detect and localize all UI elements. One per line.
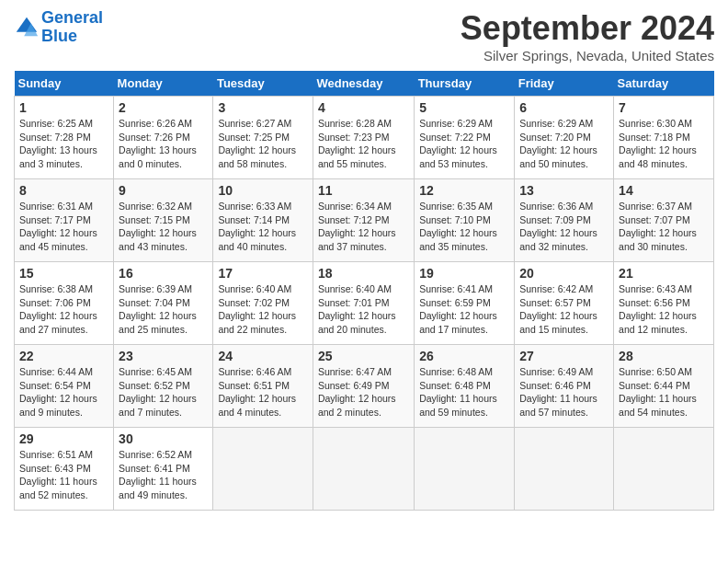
weekday-header-thursday: Thursday <box>415 71 515 97</box>
weekday-header-wednesday: Wednesday <box>313 71 414 97</box>
day-info: Sunrise: 6:45 AMSunset: 6:52 PMDaylight:… <box>119 365 208 419</box>
weekday-header-monday: Monday <box>114 71 213 97</box>
calendar-cell: 25Sunrise: 6:47 AMSunset: 6:49 PMDayligh… <box>313 345 414 428</box>
logo-text: General Blue <box>41 9 103 46</box>
title-block: September 2024 Silver Springs, Nevada, U… <box>461 9 714 63</box>
day-info: Sunrise: 6:25 AMSunset: 7:28 PMDaylight:… <box>19 117 108 171</box>
day-number: 2 <box>119 100 208 115</box>
calendar-cell <box>415 428 515 511</box>
calendar-cell: 15Sunrise: 6:38 AMSunset: 7:06 PMDayligh… <box>15 262 114 345</box>
day-info: Sunrise: 6:33 AMSunset: 7:14 PMDaylight:… <box>218 200 308 254</box>
day-info: Sunrise: 6:27 AMSunset: 7:25 PMDaylight:… <box>218 117 308 171</box>
day-info: Sunrise: 6:50 AMSunset: 6:44 PMDaylight:… <box>619 365 709 419</box>
calendar-cell: 5Sunrise: 6:29 AMSunset: 7:22 PMDaylight… <box>415 97 515 179</box>
day-number: 4 <box>318 100 409 115</box>
day-number: 9 <box>119 183 208 198</box>
day-info: Sunrise: 6:42 AMSunset: 6:57 PMDaylight:… <box>519 282 609 337</box>
calendar-cell: 27Sunrise: 6:49 AMSunset: 6:46 PMDayligh… <box>515 345 614 428</box>
logo-line1: General <box>41 8 103 27</box>
day-info: Sunrise: 6:35 AMSunset: 7:10 PMDaylight:… <box>419 200 509 254</box>
day-number: 8 <box>19 183 108 198</box>
logo-icon <box>14 15 40 40</box>
day-info: Sunrise: 6:34 AMSunset: 7:12 PMDaylight:… <box>318 200 409 254</box>
day-number: 18 <box>318 266 409 281</box>
weekday-header-sunday: Sunday <box>15 71 114 97</box>
calendar-cell: 14Sunrise: 6:37 AMSunset: 7:07 PMDayligh… <box>614 179 714 262</box>
day-info: Sunrise: 6:48 AMSunset: 6:48 PMDaylight:… <box>419 365 509 419</box>
day-info: Sunrise: 6:29 AMSunset: 7:20 PMDaylight:… <box>519 117 609 171</box>
calendar-cell: 23Sunrise: 6:45 AMSunset: 6:52 PMDayligh… <box>114 345 213 428</box>
day-number: 1 <box>19 100 108 115</box>
day-info: Sunrise: 6:36 AMSunset: 7:09 PMDaylight:… <box>519 200 609 254</box>
calendar-cell: 24Sunrise: 6:46 AMSunset: 6:51 PMDayligh… <box>213 345 313 428</box>
calendar-cell: 17Sunrise: 6:40 AMSunset: 7:02 PMDayligh… <box>213 262 313 345</box>
week-row-4: 22Sunrise: 6:44 AMSunset: 6:54 PMDayligh… <box>15 345 714 428</box>
calendar-cell: 19Sunrise: 6:41 AMSunset: 6:59 PMDayligh… <box>415 262 515 345</box>
day-number: 29 <box>19 431 108 446</box>
day-info: Sunrise: 6:39 AMSunset: 7:04 PMDaylight:… <box>119 282 208 337</box>
day-number: 21 <box>619 266 709 281</box>
calendar-cell: 11Sunrise: 6:34 AMSunset: 7:12 PMDayligh… <box>313 179 414 262</box>
week-row-2: 8Sunrise: 6:31 AMSunset: 7:17 PMDaylight… <box>15 179 714 262</box>
day-number: 10 <box>218 183 308 198</box>
day-number: 16 <box>119 266 208 281</box>
day-info: Sunrise: 6:51 AMSunset: 6:43 PMDaylight:… <box>19 448 108 502</box>
day-info: Sunrise: 6:40 AMSunset: 7:01 PMDaylight:… <box>318 282 409 337</box>
day-number: 23 <box>119 349 208 363</box>
day-number: 22 <box>19 349 108 363</box>
day-info: Sunrise: 6:30 AMSunset: 7:18 PMDaylight:… <box>619 117 709 171</box>
calendar-cell: 21Sunrise: 6:43 AMSunset: 6:56 PMDayligh… <box>614 262 714 345</box>
day-number: 20 <box>519 266 609 281</box>
location: Silver Springs, Nevada, United States <box>461 48 714 63</box>
day-info: Sunrise: 6:40 AMSunset: 7:02 PMDaylight:… <box>218 282 308 337</box>
day-info: Sunrise: 6:31 AMSunset: 7:17 PMDaylight:… <box>19 200 108 254</box>
calendar-cell <box>614 428 714 511</box>
calendar-cell <box>515 428 614 511</box>
calendar-cell <box>313 428 414 511</box>
week-row-1: 1Sunrise: 6:25 AMSunset: 7:28 PMDaylight… <box>15 97 714 179</box>
day-info: Sunrise: 6:46 AMSunset: 6:51 PMDaylight:… <box>218 365 308 419</box>
calendar-cell: 6Sunrise: 6:29 AMSunset: 7:20 PMDaylight… <box>515 97 614 179</box>
calendar-cell: 4Sunrise: 6:28 AMSunset: 7:23 PMDaylight… <box>313 97 414 179</box>
day-info: Sunrise: 6:43 AMSunset: 6:56 PMDaylight:… <box>619 282 709 337</box>
day-number: 25 <box>318 349 409 363</box>
calendar-cell: 20Sunrise: 6:42 AMSunset: 6:57 PMDayligh… <box>515 262 614 345</box>
week-row-5: 29Sunrise: 6:51 AMSunset: 6:43 PMDayligh… <box>15 428 714 511</box>
calendar-table: SundayMondayTuesdayWednesdayThursdayFrid… <box>14 71 714 511</box>
day-info: Sunrise: 6:37 AMSunset: 7:07 PMDaylight:… <box>619 200 709 254</box>
week-row-3: 15Sunrise: 6:38 AMSunset: 7:06 PMDayligh… <box>15 262 714 345</box>
logo: General Blue <box>14 9 103 46</box>
calendar-cell: 28Sunrise: 6:50 AMSunset: 6:44 PMDayligh… <box>614 345 714 428</box>
day-info: Sunrise: 6:26 AMSunset: 7:26 PMDaylight:… <box>119 117 208 171</box>
day-number: 13 <box>519 183 609 198</box>
calendar-cell: 22Sunrise: 6:44 AMSunset: 6:54 PMDayligh… <box>15 345 114 428</box>
logo-line2: Blue <box>41 28 103 46</box>
day-info: Sunrise: 6:32 AMSunset: 7:15 PMDaylight:… <box>119 200 208 254</box>
day-number: 17 <box>218 266 308 281</box>
day-number: 24 <box>218 349 308 363</box>
month-title: September 2024 <box>461 9 714 48</box>
day-info: Sunrise: 6:52 AMSunset: 6:41 PMDaylight:… <box>119 448 208 502</box>
calendar-cell: 16Sunrise: 6:39 AMSunset: 7:04 PMDayligh… <box>114 262 213 345</box>
page-header: General Blue September 2024 Silver Sprin… <box>14 9 714 63</box>
calendar-cell: 9Sunrise: 6:32 AMSunset: 7:15 PMDaylight… <box>114 179 213 262</box>
day-number: 19 <box>419 266 509 281</box>
day-number: 7 <box>619 100 709 115</box>
calendar-cell: 10Sunrise: 6:33 AMSunset: 7:14 PMDayligh… <box>213 179 313 262</box>
calendar-cell: 8Sunrise: 6:31 AMSunset: 7:17 PMDaylight… <box>15 179 114 262</box>
day-number: 26 <box>419 349 509 363</box>
day-number: 3 <box>218 100 308 115</box>
calendar-cell: 30Sunrise: 6:52 AMSunset: 6:41 PMDayligh… <box>114 428 213 511</box>
calendar-cell <box>213 428 313 511</box>
calendar-cell: 18Sunrise: 6:40 AMSunset: 7:01 PMDayligh… <box>313 262 414 345</box>
day-number: 11 <box>318 183 409 198</box>
day-number: 27 <box>519 349 609 363</box>
calendar-cell: 29Sunrise: 6:51 AMSunset: 6:43 PMDayligh… <box>15 428 114 511</box>
day-number: 5 <box>419 100 509 115</box>
calendar-cell: 2Sunrise: 6:26 AMSunset: 7:26 PMDaylight… <box>114 97 213 179</box>
day-number: 14 <box>619 183 709 198</box>
day-info: Sunrise: 6:49 AMSunset: 6:46 PMDaylight:… <box>519 365 609 419</box>
day-number: 30 <box>119 431 208 446</box>
day-info: Sunrise: 6:29 AMSunset: 7:22 PMDaylight:… <box>419 117 509 171</box>
day-number: 6 <box>519 100 609 115</box>
